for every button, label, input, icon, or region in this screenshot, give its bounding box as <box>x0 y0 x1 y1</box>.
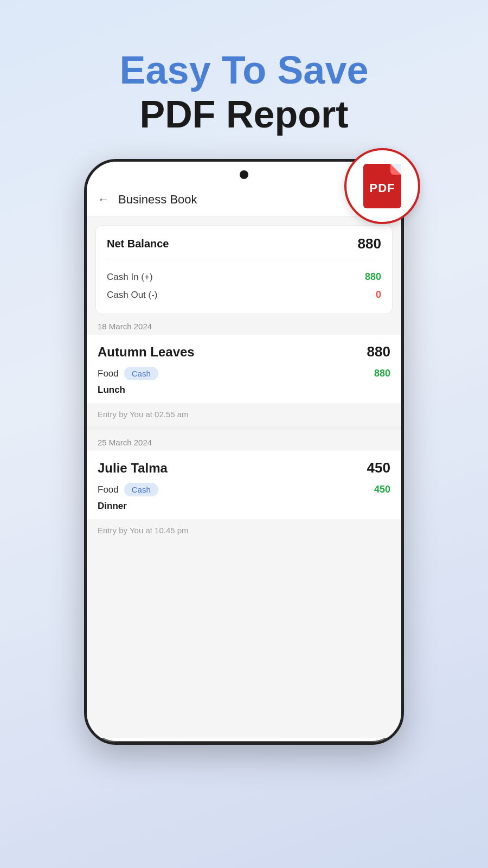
entry-row-1: Entry by You at 02.55 am <box>87 403 401 426</box>
transaction-card-1[interactable]: Autumn Leaves 880 Food Cash 880 Lunch <box>87 335 401 403</box>
net-balance-label: Net Balance <box>107 238 169 250</box>
transaction1-category: Food <box>98 368 119 379</box>
net-balance-value: 880 <box>358 235 381 252</box>
section1-date: 18 March 2024 <box>98 322 152 331</box>
transaction2-detail-row: Food Cash 450 <box>98 483 390 496</box>
transaction2-category: Food <box>98 484 119 495</box>
transaction1-amount: 880 <box>367 343 390 360</box>
cash-in-label: Cash In (+) <box>107 272 153 283</box>
header-line2: PDF Report <box>120 92 369 137</box>
app-content: ← Business Book PDF ↑ <box>87 183 401 738</box>
net-balance-row: Net Balance 880 <box>107 235 381 259</box>
section2-date: 25 March 2024 <box>98 438 152 447</box>
transaction1-detail-amount: 880 <box>374 368 390 379</box>
back-button[interactable]: ← <box>98 193 110 207</box>
entry-text-1: Entry by You at 02.55 am <box>98 410 189 419</box>
transaction2-payment-badge: Cash <box>124 483 158 496</box>
transaction-card-2[interactable]: Julie Talma 450 Food Cash 450 Dinner <box>87 451 401 519</box>
entry-text-2: Entry by You at 10.45 pm <box>98 526 189 535</box>
cash-in-row: Cash In (+) 880 <box>107 268 381 286</box>
section1-date-area: 18 March 2024 <box>87 314 401 335</box>
header-block: Easy To Save PDF Report <box>120 49 369 137</box>
section2-date-area: 25 March 2024 <box>87 430 401 451</box>
transaction1-payment-badge: Cash <box>124 367 158 380</box>
pdf-label: PDF <box>370 181 395 195</box>
balance-card: Net Balance 880 Cash In (+) 880 Cash Out… <box>95 225 393 314</box>
transaction1-header: Autumn Leaves 880 <box>98 343 390 360</box>
header-line1: Easy To Save <box>120 49 369 92</box>
cash-in-value: 880 <box>365 271 381 283</box>
transaction2-amount: 450 <box>367 459 390 476</box>
transaction2-detail-amount: 450 <box>374 484 390 495</box>
screen-title: Business Book <box>118 193 352 207</box>
cash-out-row: Cash Out (-) 0 <box>107 286 381 304</box>
transaction1-name: Autumn Leaves <box>98 344 195 360</box>
pdf-doc-shape: PDF <box>363 164 401 208</box>
section-divider-1 <box>87 426 401 430</box>
cash-out-label: Cash Out (-) <box>107 290 158 301</box>
cash-out-value: 0 <box>376 289 381 301</box>
entry-row-2: Entry by You at 10.45 pm <box>87 519 401 542</box>
transaction2-note: Dinner <box>98 501 390 519</box>
transaction2-header: Julie Talma 450 <box>98 459 390 476</box>
transaction1-note: Lunch <box>98 385 390 403</box>
pdf-icon: PDF <box>363 164 401 208</box>
transaction1-detail-row: Food Cash 880 <box>98 367 390 380</box>
transaction2-name: Julie Talma <box>98 461 168 476</box>
pdf-badge-circle[interactable]: PDF <box>344 148 420 224</box>
front-camera <box>240 170 248 179</box>
phone-wrapper: PDF ← Business Book PDF <box>84 159 404 745</box>
phone-frame: ← Business Book PDF ↑ <box>84 159 404 745</box>
